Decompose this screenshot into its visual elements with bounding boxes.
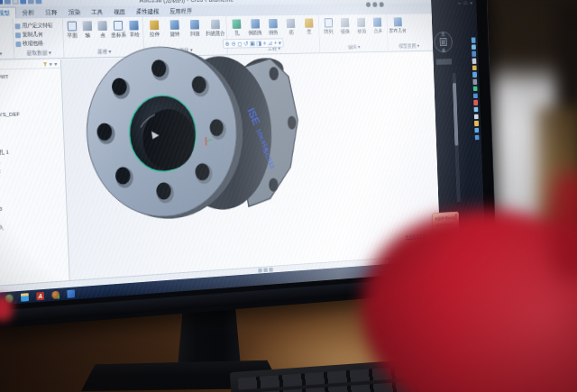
main-area: T ▾ ▾ ASC238.PRT RIGHT TOP FRONT PRT_CSY… — [0, 52, 441, 287]
tool-icon[interactable] — [472, 44, 476, 50]
tab-view[interactable]: 视图 — [109, 6, 131, 17]
merge-button[interactable]: 合并 — [370, 16, 385, 35]
ribbon-group-get-data: 用户定义特征 复制几何 收缩包络 获取数据 ▾ — [13, 18, 64, 59]
taskbar-app-blue-icon[interactable] — [67, 289, 75, 297]
draw-toolbar — [471, 37, 479, 140]
tool-icon[interactable] — [472, 86, 477, 91]
tool-icon[interactable] — [472, 59, 476, 64]
compass-north: 北 — [441, 32, 444, 36]
help-search-icons[interactable] — [366, 2, 384, 7]
flange-3d-model[interactable]: ISE 10K45A SCS13 — [79, 40, 308, 233]
chat-app-icon[interactable] — [51, 290, 60, 298]
shrinkwrap-button[interactable]: 收缩包络 — [15, 40, 53, 49]
chevron-down-icon[interactable]: ▾ — [50, 60, 52, 67]
tool-icon[interactable] — [471, 37, 475, 42]
tab-render[interactable]: 渲染 — [63, 7, 86, 18]
mirror-button[interactable]: 镜像 — [337, 16, 353, 35]
tool-icon[interactable] — [473, 93, 478, 98]
tool-icon[interactable] — [474, 134, 479, 140]
tab-analysis[interactable]: 分析 — [17, 7, 40, 18]
round-button[interactable]: 倒圆角 — [246, 17, 263, 37]
compass-center[interactable]: 正 — [440, 38, 447, 46]
model-tree-panel: T ▾ ▾ ASC238.PRT RIGHT TOP FRONT PRT_CSY… — [0, 59, 70, 287]
tool-icon[interactable] — [473, 114, 478, 119]
csys-button[interactable]: 坐标系 — [111, 19, 126, 40]
tree-settings-icon[interactable]: ▾ — [54, 60, 57, 67]
tab-flexible-modeling[interactable]: 柔性建模 — [131, 6, 164, 17]
pattern-button[interactable]: 阵列 — [320, 16, 336, 35]
creo-window: ASC238 (活动的) - Creo Parametric ─ □ × 模型 … — [0, 0, 441, 294]
shell-button[interactable]: 壳 — [300, 17, 317, 37]
plane-button[interactable]: 平面 — [65, 20, 79, 41]
tool-icon[interactable] — [472, 72, 477, 77]
compass-south: 南 — [442, 48, 445, 52]
scrollbar-thumb[interactable] — [453, 83, 458, 146]
graphics-area: ⊕ ⊖ ◻ ↺ ▣ ◨ ⌖ ⊿ + ▾ — [61, 52, 441, 280]
file-explorer-icon[interactable] — [21, 293, 29, 302]
tool-icon[interactable] — [473, 107, 478, 113]
revolve-button[interactable]: 旋转 — [165, 18, 184, 38]
point-button[interactable]: 点 — [96, 19, 110, 40]
publish-geometry-button[interactable]: 发布几何 — [389, 15, 407, 34]
rib-button[interactable]: 筋 — [282, 17, 299, 37]
red-blur-bottom-left — [0, 296, 13, 321]
tool-icon[interactable] — [472, 65, 476, 70]
model-tree-list: ASC238.PRT RIGHT TOP FRONT PRT_CSYS_DEF … — [0, 68, 67, 235]
document-controls[interactable]: ─ □ × — [458, 1, 473, 5]
autocad-icon[interactable]: A — [36, 291, 44, 299]
tree-filter-icon[interactable]: T — [43, 61, 47, 67]
tool-icon[interactable] — [474, 121, 479, 126]
ribbon-group-editing: 阵列 镜像 修剪 合并 编辑 ▾ — [319, 14, 389, 52]
tool-icon[interactable] — [474, 128, 479, 133]
ribbon-group-model-intent: 发布几何 模型意图 ▾ — [387, 14, 430, 50]
photo-scene: ASC238 (活动的) - Creo Parametric ─ □ × 模型 … — [0, 0, 577, 392]
tab-tools[interactable]: 工具 — [87, 7, 109, 18]
hole-button[interactable]: 孔 — [228, 18, 245, 38]
sketch-button[interactable]: 草绘 — [127, 19, 142, 39]
tool-icon[interactable] — [473, 100, 478, 105]
trim-button[interactable]: 修剪 — [353, 16, 369, 35]
axis-button[interactable]: 轴 — [80, 19, 95, 40]
tool-icon[interactable] — [472, 79, 477, 85]
tab-annotate[interactable]: 注释 — [41, 7, 63, 18]
view-label-tag — [436, 59, 452, 65]
chamfer-button[interactable]: 倒角 — [265, 17, 282, 37]
navigation-compass[interactable]: 北 南 正 — [434, 32, 453, 53]
copy-geometry-button[interactable]: 复制几何 — [15, 31, 53, 40]
sweep-button[interactable]: 扫描 — [185, 18, 204, 38]
udf-button[interactable]: 用户定义特征 — [14, 22, 52, 30]
person-red-shoulder-edge — [548, 171, 577, 279]
tab-model[interactable]: 模型 — [0, 7, 16, 19]
tab-applications[interactable]: 应用程序 — [165, 6, 197, 17]
extrude-button[interactable]: 拉伸 — [144, 19, 164, 39]
swept-blend-button[interactable]: 扫描混合 — [206, 18, 225, 38]
tool-icon[interactable] — [472, 51, 476, 57]
